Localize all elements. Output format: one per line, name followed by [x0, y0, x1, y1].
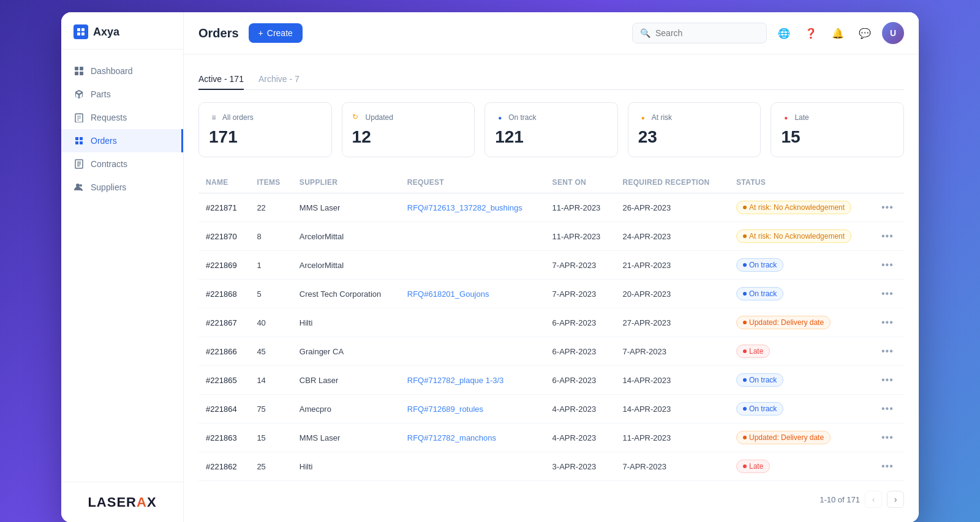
- sidebar-item-contracts[interactable]: Contracts: [61, 152, 183, 176]
- order-req-reception: 11-APR-2023: [615, 423, 729, 452]
- row-more-button[interactable]: •••: [881, 432, 894, 442]
- order-sent-on: 11-APR-2023: [545, 193, 616, 222]
- request-link[interactable]: RFQ#712782_plaque 1-3/3: [407, 376, 504, 385]
- order-name[interactable]: #221867: [206, 318, 237, 327]
- sidebar-item-requests[interactable]: Requests: [61, 106, 183, 129]
- stat-card-late[interactable]: ● Late 15: [771, 102, 904, 157]
- order-items: 45: [249, 337, 292, 366]
- order-items: 1: [249, 251, 292, 280]
- order-req-reception: 26-APR-2023: [615, 193, 729, 222]
- user-avatar[interactable]: U: [882, 22, 904, 44]
- order-name[interactable]: #221870: [206, 232, 237, 241]
- order-status: On track: [729, 251, 874, 280]
- stat-label-late: ● Late: [781, 113, 894, 122]
- order-name[interactable]: #221863: [206, 433, 237, 442]
- status-dot: [743, 263, 747, 267]
- request-link[interactable]: RFQ#712782_manchons: [407, 433, 496, 442]
- tab-archive[interactable]: Archive - 7: [258, 69, 300, 90]
- sidebar-item-suppliers[interactable]: Suppliers: [61, 176, 183, 199]
- page-title: Orders: [198, 26, 239, 40]
- stat-value-at-risk: 23: [638, 127, 751, 147]
- sidebar-logo: Axya: [61, 12, 183, 50]
- row-more-button[interactable]: •••: [881, 461, 894, 471]
- order-name[interactable]: #221866: [206, 347, 237, 356]
- stats-row: ≡ All orders 171 ↻ Updated 12: [198, 102, 904, 157]
- notifications-icon[interactable]: 🔔: [828, 23, 848, 43]
- order-sent-on: 4-APR-2023: [545, 423, 616, 452]
- stat-label-on-track: ● On track: [495, 113, 608, 122]
- next-page-button[interactable]: ›: [887, 491, 904, 508]
- status-badge: On track: [736, 373, 783, 387]
- row-more-button[interactable]: •••: [881, 202, 894, 212]
- sidebar-item-orders[interactable]: Orders: [61, 129, 183, 152]
- row-more-button[interactable]: •••: [881, 259, 894, 270]
- order-name[interactable]: #221864: [206, 405, 237, 414]
- status-dot: [743, 321, 747, 324]
- order-supplier: CBR Laser: [292, 366, 400, 395]
- order-supplier: Hilti: [292, 308, 400, 337]
- order-status: Late: [729, 452, 874, 481]
- row-more-button[interactable]: •••: [881, 317, 894, 327]
- order-name[interactable]: #221862: [206, 462, 237, 471]
- stat-card-updated[interactable]: ↻ Updated 12: [342, 102, 475, 157]
- contracts-label: Contracts: [91, 159, 127, 169]
- at-risk-icon: ●: [638, 113, 648, 122]
- order-name[interactable]: #221865: [206, 376, 237, 385]
- order-supplier: Hilti: [292, 452, 400, 481]
- order-name[interactable]: #221869: [206, 261, 237, 270]
- row-more-button[interactable]: •••: [881, 375, 894, 385]
- stat-card-on-track[interactable]: ● On track 121: [484, 102, 618, 157]
- order-status: Late: [729, 337, 874, 366]
- request-link[interactable]: RFQ#618201_Goujons: [407, 289, 489, 299]
- sidebar: Axya Dashboard Parts: [61, 12, 184, 522]
- parts-label: Parts: [91, 89, 111, 99]
- dashboard-label: Dashboard: [91, 66, 133, 76]
- status-dot: [743, 464, 747, 468]
- request-link[interactable]: RFQ#712613_137282_bushings: [407, 203, 522, 212]
- order-name[interactable]: #221871: [206, 203, 237, 212]
- globe-icon[interactable]: 🌐: [774, 23, 794, 43]
- create-button[interactable]: + Create: [249, 23, 303, 43]
- order-status: On track: [729, 280, 874, 308]
- stat-label-at-risk: ● At risk: [638, 113, 751, 122]
- row-more-button[interactable]: •••: [881, 403, 894, 414]
- row-more-button[interactable]: •••: [881, 231, 894, 241]
- order-req-reception: 27-APR-2023: [615, 308, 729, 337]
- col-sent-on: Sent on: [545, 172, 616, 193]
- order-request: RFQ#712782_manchons: [400, 423, 545, 452]
- suppliers-label: Suppliers: [91, 182, 126, 192]
- order-name[interactable]: #221868: [206, 289, 237, 299]
- stat-card-all-orders[interactable]: ≡ All orders 171: [198, 102, 332, 157]
- order-req-reception: 7-APR-2023: [615, 452, 729, 481]
- row-more-button[interactable]: •••: [881, 288, 894, 299]
- order-sent-on: 4-APR-2023: [545, 395, 616, 423]
- svg-rect-13: [80, 137, 83, 140]
- search-box[interactable]: 🔍: [632, 23, 767, 43]
- order-supplier: Amecpro: [292, 395, 400, 423]
- stat-card-at-risk[interactable]: ● At risk 23: [628, 102, 761, 157]
- order-req-reception: 24-APR-2023: [615, 222, 729, 251]
- status-dot: [743, 407, 747, 411]
- row-more-button[interactable]: •••: [881, 346, 894, 356]
- tab-active[interactable]: Active - 171: [198, 69, 244, 90]
- order-items: 14: [249, 366, 292, 395]
- messages-icon[interactable]: 💬: [855, 23, 875, 43]
- svg-rect-3: [81, 32, 85, 35]
- prev-page-button[interactable]: ‹: [865, 491, 882, 508]
- status-badge: At risk: No Acknowledgement: [736, 229, 851, 243]
- status-dot: [743, 349, 747, 353]
- sidebar-item-parts[interactable]: Parts: [61, 83, 183, 106]
- search-input[interactable]: [655, 28, 759, 38]
- order-items: 15: [249, 423, 292, 452]
- dashboard-icon: [74, 65, 85, 76]
- order-supplier: MMS Laser: [292, 193, 400, 222]
- sidebar-item-dashboard[interactable]: Dashboard: [61, 59, 183, 83]
- help-icon[interactable]: ❓: [801, 23, 821, 43]
- sidebar-brand: LASERAX: [61, 482, 183, 522]
- order-items: 25: [249, 452, 292, 481]
- requests-label: Requests: [91, 113, 127, 122]
- col-status: Status: [729, 172, 874, 193]
- status-dot: [743, 292, 747, 296]
- brand-logo: LASERAX: [88, 494, 156, 510]
- request-link[interactable]: RFQ#712689_rotules: [407, 405, 483, 414]
